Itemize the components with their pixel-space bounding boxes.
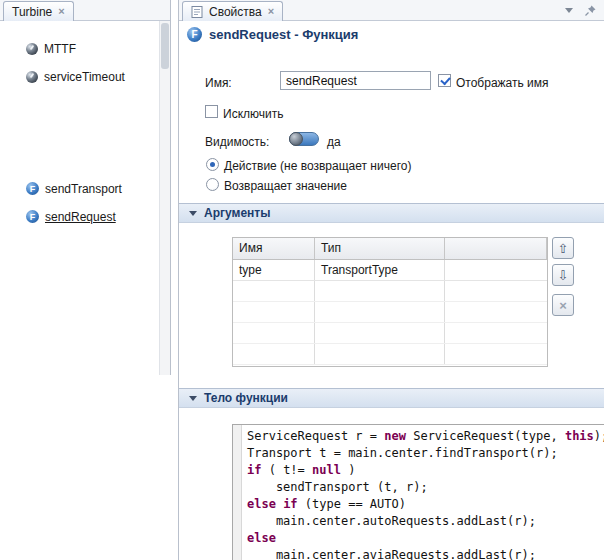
tab-properties-label: Свойства xyxy=(209,5,262,19)
function-icon: F xyxy=(26,182,39,195)
cell-arg-name: type xyxy=(233,260,315,280)
radio-returns-value[interactable] xyxy=(206,178,219,191)
cell-arg-extra xyxy=(445,260,547,280)
delete-argument-button[interactable]: × xyxy=(552,294,574,316)
code-line[interactable]: main.center.autoRequests.addLast(r); xyxy=(243,513,604,530)
table-header-row: Имя Тип xyxy=(233,238,547,260)
pin-icon[interactable] xyxy=(584,4,597,17)
tree-item-label: MTTF xyxy=(44,42,76,56)
view-toolbar xyxy=(565,4,597,17)
properties-tabbar: Свойства × xyxy=(179,0,604,21)
code-editor[interactable]: ServiceRequest r = new ServiceRequest(ty… xyxy=(232,424,604,560)
cell-arg-type: TransportType xyxy=(315,260,445,280)
column-header-name: Имя xyxy=(233,238,315,259)
radio-action[interactable] xyxy=(206,158,219,171)
visibility-label: Видимость: xyxy=(205,135,269,149)
tree-item-label: sendTransport xyxy=(45,182,122,196)
tab-properties[interactable]: Свойства × xyxy=(182,1,283,21)
exclude-checkbox[interactable] xyxy=(205,105,218,118)
parameter-icon xyxy=(26,71,38,83)
function-icon: F xyxy=(26,210,39,223)
code-line[interactable]: main.center.aviaRequests.addLast(r); xyxy=(243,547,604,560)
section-function-body[interactable]: Тело функции xyxy=(179,388,604,408)
visibility-value: да xyxy=(327,135,341,149)
visibility-toggle[interactable] xyxy=(289,132,319,146)
code-line[interactable]: ServiceRequest r = new ServiceRequest(ty… xyxy=(243,428,604,445)
tree-item-sendrequest[interactable]: F sendRequest xyxy=(26,208,116,225)
move-down-button[interactable]: ⇩ xyxy=(552,264,574,286)
code-line[interactable]: else xyxy=(243,530,604,547)
move-up-button[interactable]: ⇧ xyxy=(552,237,574,259)
toggle-knob[interactable] xyxy=(289,132,303,146)
panel-divider xyxy=(170,0,171,375)
table-empty-row[interactable] xyxy=(233,281,547,302)
function-icon: F xyxy=(187,27,202,42)
section-function-body-title: Тело функции xyxy=(204,391,288,405)
down-arrow-icon: ⇩ xyxy=(558,268,569,283)
properties-content: F sendRequest - Функция Имя: Отображать … xyxy=(179,21,604,560)
view-menu-icon[interactable] xyxy=(565,8,573,13)
code-line[interactable]: Transport t = main.center.findTransport(… xyxy=(243,445,604,462)
table-row[interactable]: type TransportType xyxy=(233,260,547,281)
scrollbar-thumb[interactable] xyxy=(161,23,169,69)
tab-turbine[interactable]: Turbine × xyxy=(3,1,74,21)
close-icon[interactable]: × xyxy=(58,6,64,17)
code-area[interactable]: ServiceRequest r = new ServiceRequest(ty… xyxy=(243,428,604,560)
code-line[interactable]: sendTransport (t, r); xyxy=(243,479,604,496)
left-tabbar: Turbine × xyxy=(0,0,170,21)
code-line[interactable]: else if (type == AUTO) xyxy=(243,496,604,513)
radio-returns-value-label: Возвращает значение xyxy=(224,179,347,193)
scrollbar[interactable] xyxy=(159,21,170,375)
column-header-extra xyxy=(445,238,547,259)
collapse-icon xyxy=(189,396,197,401)
code-line[interactable]: if ( t!= null ) xyxy=(243,462,604,479)
table-empty-row[interactable] xyxy=(233,344,547,365)
name-label: Имя: xyxy=(205,76,232,90)
table-empty-row[interactable] xyxy=(233,302,547,323)
page-title: sendRequest - Функция xyxy=(209,27,358,42)
section-arguments[interactable]: Аргументы xyxy=(179,203,604,223)
show-name-checkbox[interactable] xyxy=(438,74,451,87)
up-arrow-icon: ⇧ xyxy=(558,241,569,256)
close-icon[interactable]: × xyxy=(268,6,274,17)
element-tree: MTTF serviceTimeout F sendTransport F se… xyxy=(0,21,159,560)
arguments-table[interactable]: Имя Тип type TransportType xyxy=(232,237,548,367)
column-header-type: Тип xyxy=(315,238,445,259)
app-window: Turbine × MTTF serviceTimeout F sendTran… xyxy=(0,0,604,560)
properties-panel: Свойства × F sendRequest - Функция Имя: xyxy=(178,0,604,560)
tab-turbine-label: Turbine xyxy=(12,5,52,19)
show-name-label: Отображать имя xyxy=(456,76,549,90)
table-empty-row[interactable] xyxy=(233,323,547,344)
tree-item-servicetimeout[interactable]: serviceTimeout xyxy=(26,68,125,85)
name-input[interactable] xyxy=(280,71,431,90)
parameter-icon xyxy=(26,43,38,55)
model-tree-panel: Turbine × MTTF serviceTimeout F sendTran… xyxy=(0,0,170,560)
collapse-icon xyxy=(189,211,197,216)
section-arguments-title: Аргументы xyxy=(204,206,270,220)
code-gutter xyxy=(233,425,242,560)
exclude-label: Исключить xyxy=(223,107,283,121)
tree-item-mttf[interactable]: MTTF xyxy=(26,40,76,57)
tree-item-sendtransport[interactable]: F sendTransport xyxy=(26,180,122,197)
radio-action-label: Действие (не возвращает ничего) xyxy=(224,159,411,173)
properties-icon xyxy=(191,6,203,18)
tree-item-label: serviceTimeout xyxy=(44,70,125,84)
delete-icon: × xyxy=(559,298,567,313)
properties-header: F sendRequest - Функция xyxy=(187,27,358,42)
tree-item-label: sendRequest xyxy=(45,210,116,224)
